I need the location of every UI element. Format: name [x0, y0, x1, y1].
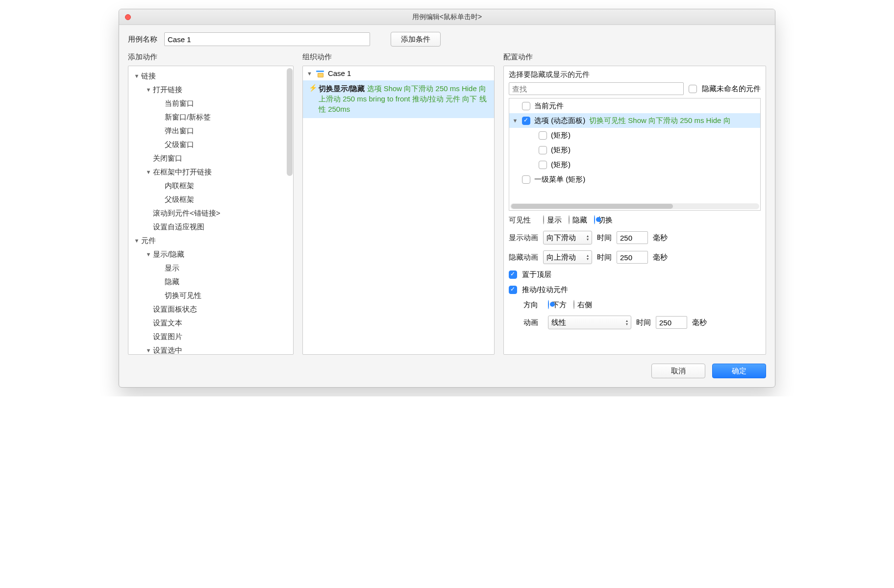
organize-panel: ▼ Case 1 ⚡ 切换显示/隐藏 选项 Show 向下滑动 250 ms H… [302, 66, 495, 355]
tree-item-label: 设置自适应视图 [153, 222, 204, 232]
action-name: 切换显示/隐藏 [319, 84, 365, 93]
widget-checkbox[interactable] [539, 161, 547, 169]
direction-radio[interactable] [573, 300, 574, 309]
cancel-button[interactable]: 取消 [651, 364, 705, 378]
widget-tree[interactable]: ▼当前元件▼选项 (动态面板) 切换可见性 Show 向下滑动 250 ms H… [509, 98, 761, 211]
tree-item-label: 设置面板状态 [153, 305, 197, 314]
widget-row[interactable]: (矩形) [509, 157, 760, 172]
action-tree-item[interactable]: ▼在框架中打开链接 [128, 165, 293, 179]
hide-time-input[interactable] [617, 251, 648, 264]
case-editor-window: 用例编辑<鼠标单击时> 用例名称 添加条件 添加动作 ▼链接▼打开链接▼当前窗口… [119, 9, 775, 388]
action-tree-item[interactable]: ▼设置图片 [128, 330, 293, 343]
tree-item-label: 当前窗口 [165, 99, 194, 108]
widget-label: (矩形) [551, 160, 571, 170]
widget-row[interactable]: (矩形) [509, 143, 760, 157]
action-tree-item[interactable]: ▼元件 [128, 234, 293, 247]
tree-item-label: 弹出窗口 [165, 126, 194, 136]
action-tree-item[interactable]: ▼当前窗口 [128, 97, 293, 110]
window-title: 用例编辑<鼠标单击时> [119, 13, 775, 22]
anim-select[interactable]: 线性▴▾ [548, 316, 631, 329]
visibility-radio[interactable] [594, 215, 595, 224]
action-tree-item[interactable]: ▼显示 [128, 261, 293, 275]
chevron-down-icon: ▼ [145, 251, 152, 257]
config-action-header: 配置动作 [503, 52, 766, 62]
hide-unnamed-checkbox[interactable] [689, 85, 697, 93]
action-tree-item[interactable]: ▼父级框架 [128, 193, 293, 206]
show-anim-select[interactable]: 向下滑动▴▾ [543, 231, 592, 245]
action-tree-item[interactable]: ▼设置文本 [128, 316, 293, 330]
widget-row[interactable]: ▼一级菜单 (矩形) [509, 172, 760, 187]
widget-label: 选项 (动态面板) [534, 116, 585, 125]
action-tree-item[interactable]: ▼设置面板状态 [128, 302, 293, 316]
bring-front-checkbox[interactable] [509, 270, 517, 279]
case-row[interactable]: ▼ Case 1 [303, 66, 494, 80]
visibility-radio[interactable] [543, 215, 544, 224]
widget-checkbox[interactable] [539, 146, 547, 154]
action-tree-item[interactable]: ▼切换可见性 [128, 289, 293, 302]
tree-item-label: 设置选中 [153, 346, 182, 355]
action-tree-item[interactable]: ▼设置自适应视图 [128, 220, 293, 234]
widget-sublabel: 切换可见性 Show 向下滑动 250 ms Hide 向 [589, 116, 730, 125]
action-tree-item[interactable]: ▼关闭窗口 [128, 151, 293, 165]
widget-checkbox[interactable] [539, 131, 547, 140]
widget-checkbox[interactable] [522, 117, 530, 125]
action-tree-item[interactable]: ▼弹出窗口 [128, 124, 293, 138]
tree-item-label: 新窗口/新标签 [165, 113, 211, 122]
anim-label: 动画 [523, 318, 543, 327]
show-time-unit: 毫秒 [653, 233, 668, 243]
bring-front-label: 置于顶层 [522, 270, 551, 279]
widget-row[interactable]: (矩形) [509, 128, 760, 143]
action-tree-item[interactable]: ▼父级窗口 [128, 138, 293, 151]
action-tree-item[interactable]: ▼隐藏 [128, 275, 293, 289]
tree-item-label: 显示/隐藏 [153, 250, 184, 259]
widget-search-input[interactable] [509, 82, 684, 95]
widget-checkbox[interactable] [522, 175, 530, 184]
chevron-down-icon: ▼ [145, 87, 152, 93]
widget-row[interactable]: ▼选项 (动态面板) 切换可见性 Show 向下滑动 250 ms Hide 向 [509, 113, 760, 128]
widget-row[interactable]: ▼当前元件 [509, 98, 760, 113]
case-title: Case 1 [328, 69, 351, 77]
action-tree-item[interactable]: ▼滚动到元件<锚链接> [128, 206, 293, 220]
show-time-input[interactable] [617, 231, 648, 244]
hide-unnamed-label: 隐藏未命名的元件 [702, 84, 761, 94]
visibility-label: 可见性 [509, 216, 538, 225]
widget-checkbox[interactable] [522, 102, 530, 110]
action-tree[interactable]: ▼链接▼打开链接▼当前窗口▼新窗口/新标签▼弹出窗口▼父级窗口▼关闭窗口▼在框架… [128, 66, 293, 354]
action-tree-item[interactable]: ▼新窗口/新标签 [128, 110, 293, 124]
case-name-label: 用例名称 [128, 35, 157, 44]
scrollbar[interactable] [287, 68, 293, 176]
action-item[interactable]: ⚡ 切换显示/隐藏 选项 Show 向下滑动 250 ms Hide 向上滑动 … [303, 80, 494, 118]
dialog-footer: 取消 确定 [119, 362, 775, 387]
h-scrollbar[interactable] [510, 203, 759, 209]
tree-item-label: 在框架中打开链接 [153, 168, 212, 177]
tree-item-label: 链接 [141, 72, 156, 81]
hide-anim-select[interactable]: 向上滑动▴▾ [543, 250, 592, 264]
case-name-row: 用例名称 添加条件 [119, 25, 775, 50]
config-panel: 选择要隐藏或显示的元件 隐藏未命名的元件 ▼当前元件▼选项 (动态面板) 切换可… [503, 66, 766, 355]
tree-item-label: 父级窗口 [165, 140, 194, 149]
add-condition-button[interactable]: 添加条件 [391, 32, 441, 47]
anim-time-input[interactable] [656, 316, 687, 329]
push-pull-label: 推动/拉动元件 [522, 285, 568, 294]
direction-radio[interactable] [548, 300, 549, 309]
config-subheader: 选择要隐藏或显示的元件 [509, 70, 761, 79]
visibility-radio[interactable] [569, 215, 570, 224]
show-anim-label: 显示动画 [509, 233, 538, 243]
widget-label: (矩形) [551, 131, 571, 140]
action-tree-item[interactable]: ▼链接 [128, 69, 293, 83]
action-tree-item[interactable]: ▼显示/隐藏 [128, 247, 293, 261]
close-window-icon[interactable] [125, 14, 131, 20]
push-pull-checkbox[interactable] [509, 286, 517, 294]
tree-item-label: 显示 [165, 264, 179, 273]
tree-item-label: 关闭窗口 [153, 154, 182, 163]
action-tree-item[interactable]: ▼打开链接 [128, 83, 293, 97]
chevron-down-icon: ▼ [145, 169, 152, 175]
widget-label: 一级菜单 (矩形) [534, 175, 585, 184]
case-name-input[interactable] [164, 32, 370, 46]
tree-item-label: 设置文本 [153, 318, 182, 328]
widget-label: (矩形) [551, 146, 571, 155]
action-tree-item[interactable]: ▼设置选中 [128, 343, 293, 354]
ok-button[interactable]: 确定 [712, 364, 766, 378]
tree-item-label: 打开链接 [153, 85, 182, 95]
action-tree-item[interactable]: ▼内联框架 [128, 179, 293, 193]
